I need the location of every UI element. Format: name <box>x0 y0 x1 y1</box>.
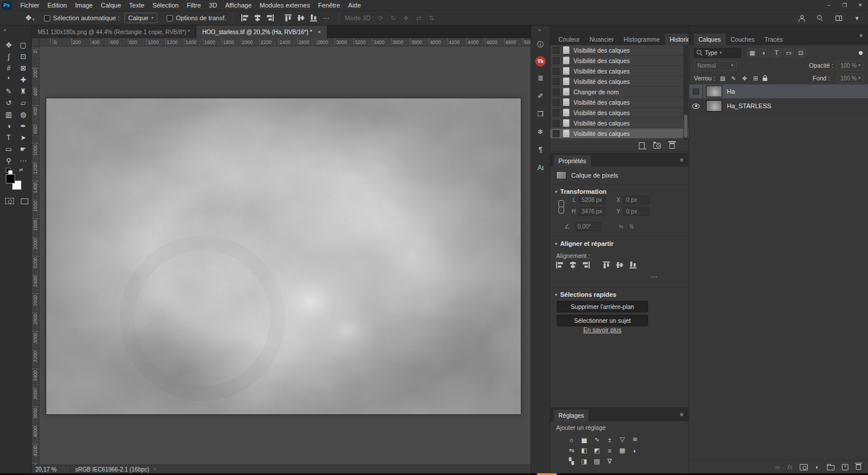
auto-select-checkbox[interactable] <box>44 15 50 21</box>
panel-menu-icon[interactable]: ≡ <box>680 157 683 163</box>
align-right-icon[interactable] <box>582 260 591 270</box>
menu-aide[interactable]: Aide <box>344 1 365 9</box>
restore-button[interactable]: ❐ <box>837 0 852 10</box>
history-state[interactable]: Visibilité des calques <box>550 118 689 128</box>
vertical-ruler[interactable]: 0200400600800100012001400160018002000220… <box>32 46 39 465</box>
clone-stamp-tool[interactable]: ♜ <box>16 86 30 97</box>
opacity-field[interactable]: 100 % ▾ <box>837 61 863 71</box>
align-bottom-icon[interactable] <box>628 260 638 270</box>
path-selection-tool[interactable]: ➤ <box>16 132 30 143</box>
snowflake-dock-icon[interactable]: ❄ <box>534 126 547 138</box>
menu-image[interactable]: Image <box>71 1 97 9</box>
brightness-contrast-icon[interactable]: ☼ <box>567 435 576 444</box>
show-transform-checkbox[interactable] <box>167 15 173 21</box>
selective-color-icon[interactable]: ∇ <box>605 457 615 466</box>
menu-fen-tre[interactable]: Fenêtre <box>314 1 344 9</box>
panel-tab-couleur[interactable]: Couleur <box>554 34 584 45</box>
history-state[interactable]: Visibilité des calques <box>550 56 689 66</box>
default-colors-icon[interactable] <box>6 168 12 174</box>
history-scrollbar[interactable] <box>683 45 688 140</box>
lasso-tool[interactable]: ʃ <box>2 51 16 62</box>
vibrance-icon[interactable]: ▽ <box>617 435 627 444</box>
layer-style-icon[interactable]: fx <box>788 463 793 470</box>
adjustments-dock-icon[interactable]: ≣ <box>534 72 547 84</box>
history-state[interactable]: Visibilité des calques <box>550 97 689 108</box>
eraser-tool[interactable]: ▱ <box>16 97 30 108</box>
channel-mixer-icon[interactable]: ≡ <box>605 446 615 455</box>
layer-visibility-toggle[interactable] <box>689 84 703 99</box>
panel-tab-calques[interactable]: Calques <box>694 34 726 45</box>
character-dock-icon[interactable]: Aι <box>534 161 547 174</box>
hue-saturation-icon[interactable]: ≋ <box>630 435 640 444</box>
menu-texte[interactable]: Texte <box>125 1 148 9</box>
document-canvas[interactable] <box>46 98 521 414</box>
lock-artboard-icon[interactable]: ⊞ <box>752 74 760 82</box>
quick-mask-icon[interactable] <box>5 198 14 204</box>
layer-filter-dropdown[interactable]: Type ▾ <box>694 48 741 58</box>
close-button[interactable]: ✕ <box>852 0 868 10</box>
add-mask-icon[interactable] <box>800 464 808 470</box>
menu-calque[interactable]: Calque <box>97 1 125 9</box>
3d-dock-icon[interactable]: ❒ <box>534 108 547 120</box>
collapse-tools-icon[interactable]: « <box>3 27 6 33</box>
shape-tool[interactable]: ▭ <box>2 143 16 154</box>
align-left-icon[interactable] <box>555 260 564 270</box>
history-state[interactable]: Visibilité des calques <box>550 128 689 139</box>
history-state-checkbox[interactable] <box>553 120 560 127</box>
gradient-map-icon[interactable]: ▨ <box>592 457 602 466</box>
minimize-button[interactable]: – <box>821 0 837 10</box>
history-state-checkbox[interactable] <box>553 89 560 95</box>
frame-tool[interactable]: ⊠ <box>16 62 30 73</box>
pen-tool[interactable]: ✒ <box>16 120 30 131</box>
history-brush-tool[interactable]: ↺ <box>2 97 16 108</box>
history-state-checkbox[interactable] <box>553 47 560 54</box>
align-top-icon[interactable] <box>282 13 294 23</box>
exposure-icon[interactable]: ± <box>605 435 615 444</box>
history-state-checkbox[interactable] <box>553 130 560 137</box>
history-state-checkbox[interactable] <box>553 68 560 75</box>
panel-tab-nuancier[interactable]: Nuancier <box>585 34 619 45</box>
lock-transparency-icon[interactable]: ▨ <box>719 74 727 82</box>
foreground-color-swatch[interactable] <box>6 174 15 183</box>
object-selection-tool[interactable]: ⊡ <box>16 51 30 62</box>
more-options-icon[interactable]: ⋯ <box>321 13 332 23</box>
filter-pixel-layers-icon[interactable]: ▦ <box>747 48 757 57</box>
align-center-h-icon[interactable] <box>568 260 578 270</box>
history-state-checkbox[interactable] <box>553 99 560 106</box>
layer-row[interactable]: Ha <box>689 84 868 99</box>
menu-modules-externes[interactable]: Modules externes <box>256 1 314 9</box>
flip-horizontal-icon[interactable]: ⇋ <box>619 223 623 230</box>
remove-background-button[interactable]: Supprimer l'arrière-plan <box>557 301 648 312</box>
menu-fichier[interactable]: Fichier <box>16 1 43 9</box>
panel-tab-histogramme[interactable]: Histogramme <box>619 34 664 45</box>
paragraph-dock-icon[interactable]: ¶ <box>534 143 547 156</box>
panel-menu-icon[interactable]: ≡ <box>680 411 683 418</box>
color-balance-icon[interactable]: ⇋ <box>567 446 576 455</box>
history-state[interactable]: Visibilité des calques <box>550 45 689 56</box>
history-state-checkbox[interactable] <box>553 57 560 64</box>
filter-adjustment-layers-icon[interactable]: ◐ <box>759 48 770 57</box>
panel-menu-icon[interactable]: ≡ <box>859 32 863 39</box>
chevron-down-icon[interactable]: ▾ <box>851 13 863 23</box>
dodge-tool[interactable]: ◑ <box>2 120 16 131</box>
layer-row[interactable]: Ha_STARLESS <box>689 99 868 113</box>
transform-section-header[interactable]: ▾ Transformation <box>555 188 606 195</box>
type-tool[interactable]: T <box>2 132 16 143</box>
filter-smart-objects-icon[interactable]: ⊡ <box>796 48 806 57</box>
new-snapshot-icon[interactable] <box>653 143 661 149</box>
history-state[interactable]: Visibilité des calques <box>550 66 689 76</box>
more-align-options-icon[interactable]: ⋯ <box>651 273 657 281</box>
history-state[interactable]: Visibilité des calques <box>550 76 689 87</box>
filter-toggle-icon[interactable] <box>858 50 863 56</box>
transform-field-value[interactable]: 5208 px <box>579 196 605 204</box>
levels-icon[interactable]: ▅ <box>579 435 589 444</box>
color-lookup-icon[interactable]: ▦ <box>617 446 627 455</box>
screen-mode-icon[interactable] <box>21 198 28 204</box>
blend-mode-dropdown[interactable]: Normal ▾ <box>694 61 737 71</box>
filter-shape-layers-icon[interactable]: ▭ <box>784 48 794 57</box>
delete-layer-icon[interactable] <box>856 464 861 470</box>
gradient-tool[interactable]: ▥ <box>2 109 16 120</box>
align-middle-icon[interactable] <box>615 260 624 270</box>
fill-field[interactable]: 100 % ▾ <box>837 73 863 83</box>
photo-filter-icon[interactable]: ◩ <box>592 446 602 455</box>
